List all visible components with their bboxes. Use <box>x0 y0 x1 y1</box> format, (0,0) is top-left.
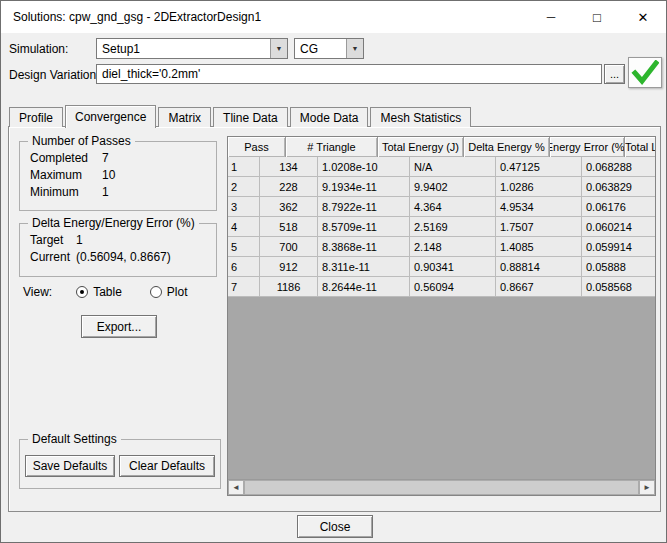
cell-energy-error: 4.9534 <box>496 197 582 217</box>
table-row[interactable]: 1 134 1.0208e-10 N/A 0.47125 0.068288 <box>228 157 655 177</box>
group-title: Number of Passes <box>28 134 135 148</box>
simulation-label: Simulation: <box>9 42 68 56</box>
tab-bar: Profile Convergence Matrix Tline Data Mo… <box>9 104 473 127</box>
cell-pass: 4 <box>228 217 260 237</box>
cell-total-energy: 8.7922e-11 <box>318 197 410 217</box>
radio-label: Table <box>93 285 122 299</box>
view-table-radio[interactable]: Table <box>76 285 122 299</box>
column-header[interactable]: Total Loss (W) <box>625 137 656 157</box>
ellipsis-icon: ... <box>610 68 619 80</box>
cell-delta-energy: 0.90341 <box>410 257 496 277</box>
view-plot-radio[interactable]: Plot <box>150 285 188 299</box>
cell-delta-energy: 2.5169 <box>410 217 496 237</box>
table-row[interactable]: 6 912 8.311e-11 0.90341 0.88814 0.05888 <box>228 257 655 277</box>
close-button[interactable]: Close <box>297 515 373 538</box>
tab-mesh-statistics[interactable]: Mesh Statistics <box>370 107 471 127</box>
validation-status <box>628 57 662 88</box>
cell-delta-energy: 9.9402 <box>410 177 496 197</box>
tab-mode-data[interactable]: Mode Data <box>290 107 369 127</box>
table-row[interactable]: 5 700 8.3868e-11 2.148 1.4085 0.059914 <box>228 237 655 257</box>
column-header[interactable]: Energy Error (%) <box>550 137 625 157</box>
minimize-icon: ─ <box>547 11 556 23</box>
stat-label: Minimum <box>30 185 102 199</box>
solution-type-value: CG <box>295 39 346 58</box>
tab-tline-data[interactable]: Tline Data <box>213 107 288 127</box>
tab-convergence[interactable]: Convergence <box>65 105 156 128</box>
stat-row: Minimum 1 <box>30 185 216 199</box>
radio-label: Plot <box>167 285 188 299</box>
table-row[interactable]: 4 518 8.5709e-11 2.5169 1.7507 0.060214 <box>228 217 655 237</box>
cell-delta-energy: 2.148 <box>410 237 496 257</box>
tab-profile[interactable]: Profile <box>9 107 63 127</box>
maximize-icon: □ <box>593 11 601 24</box>
titlebar[interactable]: Solutions: cpw_gnd_gsg - 2DExtractorDesi… <box>1 1 666 33</box>
cell-total-energy: 8.5709e-11 <box>318 217 410 237</box>
cell-pass: 7 <box>228 277 260 297</box>
maximize-button[interactable]: □ <box>574 1 620 33</box>
save-defaults-button[interactable]: Save Defaults <box>25 455 115 477</box>
window-title: Solutions: cpw_gnd_gsg - 2DExtractorDesi… <box>1 10 261 24</box>
group-title: Default Settings <box>28 432 121 446</box>
number-of-passes-group: Number of Passes Completed 7 Maximum 10 … <box>19 141 217 211</box>
solution-type-dropdown[interactable]: CG ▼ <box>294 38 364 59</box>
export-button[interactable]: Export... <box>81 315 157 338</box>
horizontal-scrollbar[interactable]: ◄ ► <box>228 479 655 495</box>
window-controls: ─ □ ✕ <box>528 1 666 33</box>
stat-row: Maximum 10 <box>30 168 216 182</box>
scroll-right-button[interactable]: ► <box>639 480 655 495</box>
design-variation-value: diel_thick='0.2mm' <box>102 67 200 81</box>
scroll-thumb[interactable] <box>244 480 639 495</box>
setup-dropdown-value: Setup1 <box>97 39 270 58</box>
delta-energy-group: Delta Energy/Energy Error (%) Target 1 C… <box>19 223 217 277</box>
cell-total-energy: 1.0208e-10 <box>318 157 410 177</box>
table-row[interactable]: 2 228 9.1934e-11 9.9402 1.0286 0.063829 <box>228 177 655 197</box>
stat-value: 1 <box>102 185 109 199</box>
design-variation-field[interactable]: diel_thick='0.2mm' <box>96 64 602 84</box>
stat-row: Completed 7 <box>30 151 216 165</box>
stat-label: Completed <box>30 151 102 165</box>
table-row[interactable]: 3 362 8.7922e-11 4.364 4.9534 0.06176 <box>228 197 655 217</box>
browse-button[interactable]: ... <box>604 64 625 84</box>
design-variation-label: Design Variation: <box>9 68 100 82</box>
clear-defaults-button[interactable]: Clear Defaults <box>119 455 215 477</box>
minimize-button[interactable]: ─ <box>528 1 574 33</box>
view-selector: View: Table Plot <box>23 285 188 299</box>
cell-energy-error: 0.8667 <box>496 277 582 297</box>
cell-delta-energy: N/A <box>410 157 496 177</box>
cell-triangles: 134 <box>260 157 318 177</box>
convergence-table: Pass # Triangle Total Energy (J) Delta E… <box>227 136 656 496</box>
cell-triangles: 700 <box>260 237 318 257</box>
cell-energy-error: 1.7507 <box>496 217 582 237</box>
column-header[interactable]: Total Energy (J) <box>378 137 464 157</box>
close-window-button[interactable]: ✕ <box>620 1 666 33</box>
stat-value: 7 <box>102 151 109 165</box>
column-header[interactable]: Delta Energy % <box>464 137 550 157</box>
setup-dropdown[interactable]: Setup1 ▼ <box>96 38 288 59</box>
stat-value: 10 <box>102 168 115 182</box>
column-header[interactable]: Pass <box>228 137 286 157</box>
stat-row: Current (0.56094, 0.8667) <box>30 250 216 264</box>
solutions-dialog: Solutions: cpw_gnd_gsg - 2DExtractorDesi… <box>0 0 667 543</box>
stat-label: Current <box>30 250 76 264</box>
cell-total-loss: 0.063829 <box>582 177 656 197</box>
chevron-down-icon: ▼ <box>270 39 287 58</box>
checkmark-icon <box>631 60 659 85</box>
cell-energy-error: 0.47125 <box>496 157 582 177</box>
scroll-left-button[interactable]: ◄ <box>228 480 244 495</box>
cell-total-energy: 8.3868e-11 <box>318 237 410 257</box>
stat-value: 1 <box>76 233 83 247</box>
cell-total-loss: 0.05888 <box>582 257 656 277</box>
cell-total-loss: 0.058568 <box>582 277 656 297</box>
column-header[interactable]: # Triangle <box>286 137 378 157</box>
table-row[interactable]: 7 1186 8.2644e-11 0.56094 0.8667 0.05856… <box>228 277 655 297</box>
chevron-down-icon: ▼ <box>346 39 363 58</box>
cell-total-loss: 0.060214 <box>582 217 656 237</box>
cell-pass: 3 <box>228 197 260 217</box>
close-icon: ✕ <box>638 11 649 24</box>
cell-total-loss: 0.068288 <box>582 157 656 177</box>
cell-total-energy: 8.311e-11 <box>318 257 410 277</box>
tab-matrix[interactable]: Matrix <box>158 107 211 127</box>
cell-total-energy: 9.1934e-11 <box>318 177 410 197</box>
scroll-left-icon: ◄ <box>232 483 240 492</box>
radio-unselected-icon <box>150 286 162 298</box>
